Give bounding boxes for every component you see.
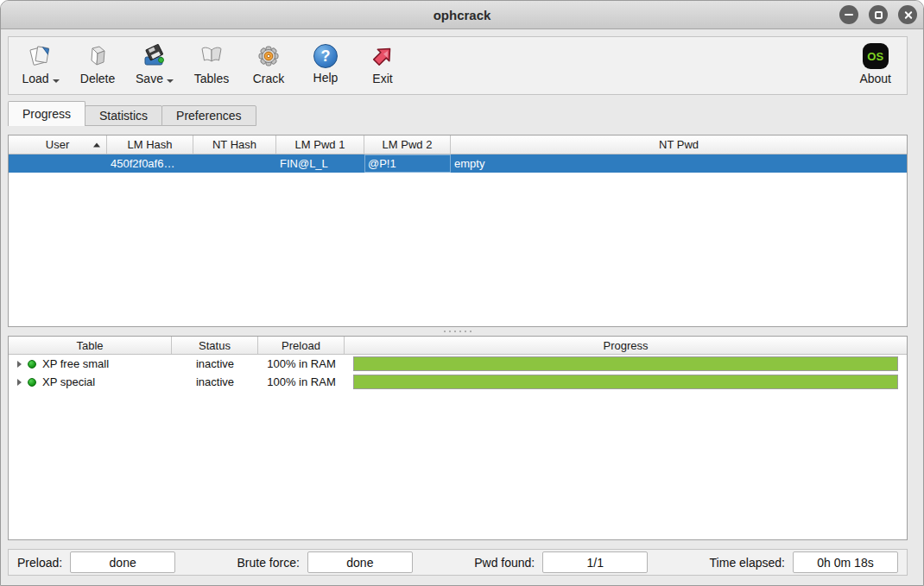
rainbow-tables-table: Table Status Preload Progress XP free sm…: [8, 336, 908, 540]
time-elapsed-label: Time elapsed:: [710, 556, 785, 570]
progress-bar-fill: [353, 375, 898, 389]
expand-arrow-icon[interactable]: [17, 379, 22, 386]
table-row-xp-free-small[interactable]: XP free small inactive 100% in RAM: [9, 355, 907, 373]
cell-lm-pwd-2[interactable]: @P!1: [364, 154, 451, 173]
time-elapsed-value: 0h 0m 18s: [793, 551, 898, 573]
pwd-found-status-group: Pwd found: 1/1: [474, 551, 648, 573]
column-header-preload[interactable]: Preload: [258, 337, 345, 354]
hash-table-row-selected[interactable]: 450f2f0af6… FIN@L_L @P!1 empty: [9, 154, 907, 173]
sort-ascending-icon: [93, 142, 100, 147]
enabled-led-icon: [28, 360, 36, 369]
save-button[interactable]: Save: [133, 43, 176, 85]
preload-value: done: [70, 551, 175, 573]
brute-force-status-group: Brute force: done: [237, 551, 412, 573]
load-dropdown-icon: [53, 79, 60, 83]
tab-bar: Progress Statistics Preferences: [8, 101, 908, 126]
column-header-progress[interactable]: Progress: [345, 337, 907, 354]
about-label: About: [859, 72, 891, 85]
time-elapsed-status-group: Time elapsed: 0h 0m 18s: [710, 551, 898, 573]
hash-table: User LM Hash NT Hash LM Pwd 1 LM Pwd 2 N…: [8, 135, 908, 327]
column-header-status[interactable]: Status: [172, 337, 258, 354]
load-label: Load: [22, 72, 48, 85]
tables-label: Tables: [194, 72, 229, 85]
close-button[interactable]: [898, 5, 917, 24]
splitter-handle[interactable]: [8, 327, 908, 336]
tab-statistics[interactable]: Statistics: [85, 105, 162, 126]
progress-bar: [353, 375, 898, 389]
maximize-button[interactable]: [869, 5, 888, 24]
brute-force-value: done: [307, 551, 413, 573]
exit-button[interactable]: Exit: [361, 43, 404, 85]
tables-button[interactable]: Tables: [190, 43, 233, 85]
window-content: Load Delete: [1, 36, 923, 576]
enabled-led-icon: [28, 378, 36, 387]
cell-user[interactable]: [9, 154, 107, 173]
toolbar: Load Delete: [8, 36, 908, 95]
column-header-lm-pwd-2[interactable]: LM Pwd 2: [364, 135, 451, 154]
table-preload: 100% in RAM: [258, 357, 345, 370]
tab-progress[interactable]: Progress: [8, 101, 85, 126]
minimize-icon: [845, 14, 853, 16]
status-bar: Preload: done Brute force: done Pwd foun…: [8, 549, 908, 576]
column-header-lm-pwd-1[interactable]: LM Pwd 1: [276, 135, 364, 154]
column-header-nt-hash[interactable]: NT Hash: [193, 135, 276, 154]
table-name: XP special: [42, 375, 95, 388]
minimize-button[interactable]: [839, 5, 858, 24]
table-row-xp-special[interactable]: XP special inactive 100% in RAM: [9, 373, 907, 391]
tab-preferences[interactable]: Preferences: [161, 105, 256, 126]
pwd-found-value: 1/1: [542, 551, 648, 573]
delete-label: Delete: [80, 72, 115, 85]
window-title: ophcrack: [434, 8, 491, 22]
table-status: inactive: [172, 357, 258, 370]
delete-eraser-icon: [85, 43, 111, 69]
crack-button[interactable]: Crack: [247, 43, 290, 85]
exit-arrow-icon: [370, 43, 396, 69]
save-label: Save: [136, 72, 163, 85]
window-controls: [839, 1, 917, 28]
column-header-nt-pwd[interactable]: NT Pwd: [451, 135, 907, 154]
progress-bar: [353, 356, 898, 371]
maximize-icon: [875, 11, 883, 19]
crack-gear-icon: [256, 43, 282, 69]
tables-header: Table Status Preload Progress: [9, 337, 907, 355]
delete-button[interactable]: Delete: [76, 43, 119, 85]
table-status: inactive: [172, 375, 258, 388]
cell-nt-hash[interactable]: [193, 154, 276, 173]
brute-force-label: Brute force:: [237, 556, 299, 570]
ophcrack-window: ophcrack Load: [0, 0, 924, 586]
save-floppy-icon: [142, 43, 168, 69]
column-header-user[interactable]: User: [9, 135, 107, 154]
expand-arrow-icon[interactable]: [17, 361, 22, 368]
cell-lm-pwd-1[interactable]: FIN@L_L: [276, 154, 364, 173]
hash-table-header: User LM Hash NT Hash LM Pwd 1 LM Pwd 2 N…: [9, 135, 907, 154]
ophcrack-os-logo-icon: OS: [863, 43, 889, 69]
load-documents-icon: [28, 43, 54, 69]
preload-label: Preload:: [17, 556, 62, 570]
about-button[interactable]: OS About: [859, 43, 891, 85]
column-header-table[interactable]: Table: [9, 337, 172, 354]
pwd-found-label: Pwd found:: [474, 556, 535, 570]
table-name: XP free small: [42, 357, 109, 370]
load-button[interactable]: Load: [19, 43, 62, 85]
cell-lm-hash[interactable]: 450f2f0af6…: [107, 154, 193, 173]
tables-book-icon: [199, 43, 225, 69]
column-header-lm-hash[interactable]: LM Hash: [107, 135, 193, 154]
close-icon: [903, 10, 913, 20]
help-label: Help: [313, 71, 339, 85]
table-preload: 100% in RAM: [258, 375, 345, 388]
help-button[interactable]: Help: [304, 43, 347, 85]
cell-nt-pwd[interactable]: empty: [451, 154, 907, 173]
exit-label: Exit: [372, 72, 392, 85]
title-bar[interactable]: ophcrack: [1, 1, 923, 29]
help-question-icon: [313, 44, 338, 68]
preload-status-group: Preload: done: [17, 551, 175, 573]
save-dropdown-icon: [167, 79, 174, 83]
crack-label: Crack: [253, 72, 285, 85]
progress-bar-fill: [353, 356, 898, 371]
